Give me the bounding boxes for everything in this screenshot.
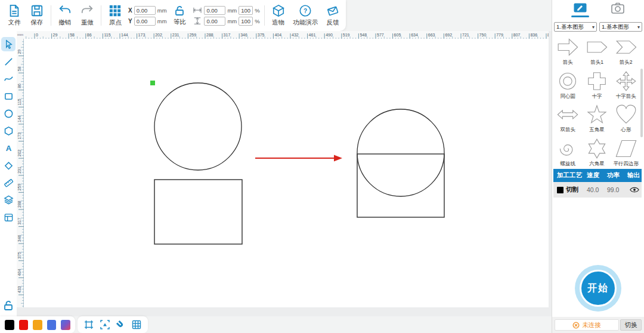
green-marker[interactable] bbox=[150, 81, 155, 85]
shape-item-label: 心形 bbox=[621, 127, 631, 134]
tool-line[interactable] bbox=[1, 54, 16, 69]
ellipse-icon bbox=[4, 109, 14, 119]
magnet-button[interactable] bbox=[114, 319, 126, 331]
frame-button[interactable] bbox=[83, 319, 95, 331]
redo-button[interactable]: 重做 bbox=[76, 4, 98, 27]
undo-button[interactable]: 撤销 bbox=[54, 4, 76, 27]
shape-item-arrow-chevron[interactable]: 箭头2 bbox=[611, 33, 640, 67]
tool-rectangle[interactable] bbox=[1, 89, 16, 103]
save-label: 保存 bbox=[30, 18, 43, 27]
tool-layers[interactable] bbox=[1, 193, 16, 207]
select-value: 1.基本图形 bbox=[602, 23, 629, 31]
tab-camera[interactable] bbox=[611, 2, 625, 20]
status-bar: 未连接 切换 bbox=[552, 317, 644, 333]
switch-device-button[interactable]: 切换 bbox=[620, 319, 642, 331]
grid-button[interactable] bbox=[131, 319, 143, 331]
shape-item-parallelogram[interactable]: 平行四边形 bbox=[611, 135, 640, 169]
ruler-unit-label: mm bbox=[17, 31, 24, 39]
circle-left[interactable] bbox=[154, 83, 242, 170]
width-input[interactable] bbox=[204, 6, 225, 15]
tool-polygon[interactable] bbox=[1, 124, 16, 138]
height-input[interactable] bbox=[204, 17, 225, 26]
y-input[interactable] bbox=[134, 17, 156, 26]
rectangle-right[interactable] bbox=[357, 154, 444, 217]
drawing-canvas[interactable] bbox=[24, 39, 549, 307]
ratio-lock-button[interactable]: 等比 bbox=[169, 5, 191, 26]
layer-color-swatch[interactable] bbox=[557, 187, 564, 193]
shape-category-select-2[interactable]: 1.基本图形 ▾ bbox=[599, 22, 642, 32]
canvas-tools bbox=[78, 316, 148, 333]
shape-item-cross[interactable]: 十字 bbox=[583, 67, 612, 101]
disconnected-icon bbox=[572, 322, 580, 329]
create-button[interactable]: 造物 bbox=[268, 4, 289, 27]
start-button[interactable]: 开始 bbox=[575, 265, 621, 312]
x-input[interactable] bbox=[134, 6, 156, 15]
color-swatch-4a72e0[interactable] bbox=[47, 320, 57, 330]
fit-view-button[interactable] bbox=[99, 319, 111, 331]
origin-grid-icon bbox=[109, 4, 122, 17]
color-swatch-000000[interactable] bbox=[5, 320, 14, 330]
shape-item-heart[interactable]: 心形 bbox=[611, 101, 640, 135]
height-icon bbox=[193, 17, 202, 25]
svg-text:115: 115 bbox=[104, 33, 110, 37]
canvas-lock-button[interactable] bbox=[2, 300, 14, 312]
tool-ruler[interactable] bbox=[1, 175, 16, 190]
color-swatch-e8120c[interactable] bbox=[19, 320, 29, 330]
shape-item-arrow-pentagon[interactable]: 箭头1 bbox=[583, 33, 612, 67]
feedback-button[interactable]: 反馈 bbox=[322, 4, 343, 27]
shape-item-label: 箭头1 bbox=[590, 59, 603, 66]
width-percent-input[interactable] bbox=[239, 6, 253, 15]
rectangle-left[interactable] bbox=[154, 180, 242, 244]
svg-text:288: 288 bbox=[17, 201, 21, 208]
chevron-down-icon: ▾ bbox=[637, 24, 640, 30]
shape-category-select-1[interactable]: 1.基本图形 ▾ bbox=[554, 22, 597, 32]
origin-button[interactable]: 原点 bbox=[104, 4, 126, 27]
shape-item-label: 箭头 bbox=[563, 59, 573, 66]
svg-text:404: 404 bbox=[274, 33, 281, 37]
height-percent-sign: % bbox=[255, 18, 259, 24]
shape-item-label: 六角星 bbox=[589, 161, 605, 168]
shape-item-star-6[interactable]: 六角星 bbox=[583, 135, 612, 169]
tool-text[interactable]: A bbox=[1, 141, 16, 155]
red-arrow[interactable] bbox=[255, 155, 342, 162]
shape-item-label: 同心圆 bbox=[561, 93, 576, 100]
color-swatch-f4a418[interactable] bbox=[33, 320, 42, 330]
shape-item-star-5[interactable]: 五角星 bbox=[583, 101, 612, 135]
file-button[interactable]: 文件 bbox=[4, 4, 25, 27]
connection-status[interactable]: 未连接 bbox=[555, 319, 619, 331]
feedback-label: 反馈 bbox=[327, 18, 339, 27]
tool-select[interactable] bbox=[1, 37, 16, 51]
process-row[interactable]: 切割40.099.0 bbox=[553, 182, 642, 198]
shape-item-spiral[interactable]: 螺旋线 bbox=[553, 135, 583, 169]
process-power: 99.0 bbox=[607, 186, 627, 193]
magnet-icon bbox=[115, 319, 126, 330]
tool-ellipse[interactable] bbox=[1, 106, 16, 121]
height-unit: mm bbox=[227, 18, 237, 24]
arrow-right-icon bbox=[556, 36, 579, 58]
gallery-scrollbar[interactable] bbox=[640, 69, 643, 137]
save-button[interactable]: 保存 bbox=[26, 4, 48, 27]
shape-item-arrow-right[interactable]: 箭头 bbox=[553, 33, 583, 67]
toolbar-divider bbox=[264, 5, 265, 26]
shape-item-cross-arrow[interactable]: 十字箭头 bbox=[611, 67, 640, 101]
cube-icon bbox=[272, 4, 285, 17]
tool-artboard[interactable] bbox=[1, 210, 16, 224]
demo-button[interactable]: ? 功能演示 bbox=[290, 4, 321, 27]
tool-eraser[interactable] bbox=[1, 158, 16, 172]
right-panel-tabs bbox=[552, 2, 644, 20]
text-icon: A bbox=[4, 143, 14, 153]
save-icon bbox=[30, 4, 44, 17]
color-swatch-gradient[interactable] bbox=[61, 320, 70, 330]
shape-item-double-arrow[interactable]: 双箭头 bbox=[553, 101, 583, 135]
circle-right[interactable] bbox=[357, 109, 444, 196]
svg-text:404: 404 bbox=[17, 269, 21, 276]
eye-icon[interactable] bbox=[627, 186, 642, 193]
shape-item-concentric-circles[interactable]: 同心圆 bbox=[553, 67, 583, 101]
svg-text:115: 115 bbox=[17, 98, 21, 105]
svg-text:634: 634 bbox=[411, 33, 418, 37]
shape-item-label: 螺旋线 bbox=[561, 161, 576, 168]
height-percent-input[interactable] bbox=[239, 17, 253, 26]
tool-curve[interactable] bbox=[1, 72, 16, 86]
tab-canvas-edit[interactable] bbox=[571, 2, 589, 20]
create-label: 造物 bbox=[272, 18, 284, 27]
